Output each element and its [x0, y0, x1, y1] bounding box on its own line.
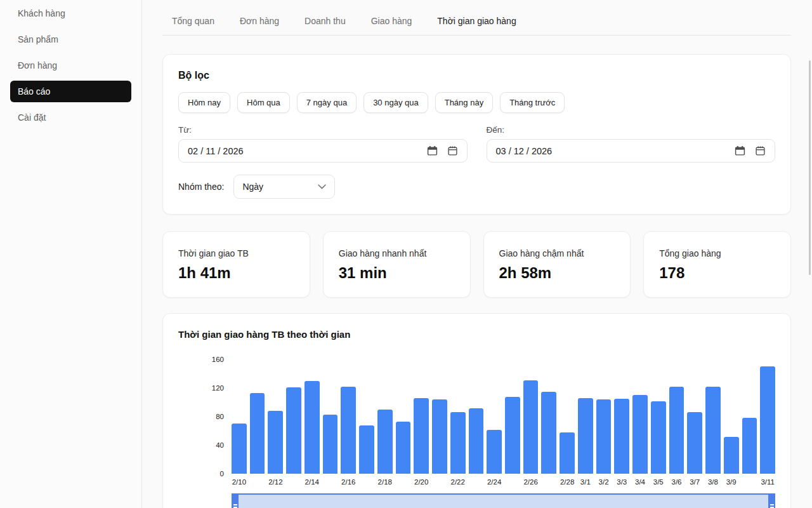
- chart-x-axis: 2/102/122/142/162/182/202/222/242/262/28…: [232, 478, 775, 486]
- calendar-alt-icon[interactable]: [447, 145, 458, 156]
- tab-thời-gian-giao-hàng[interactable]: Thời gian giao hàng: [437, 16, 516, 26]
- x-axis-tick: 2/16: [341, 478, 356, 486]
- quick-range-button[interactable]: Hôm nay: [178, 92, 230, 113]
- x-axis-tick: 3/1: [578, 478, 593, 486]
- calendar-icon[interactable]: [735, 145, 745, 156]
- chart-card: Thời gian giao hàng TB theo thời gian 04…: [162, 313, 791, 508]
- x-axis-tick: 3/4: [632, 478, 648, 486]
- bar-2/10: [232, 424, 247, 474]
- bar-2/14: [304, 381, 320, 474]
- x-axis-tick: [359, 478, 374, 486]
- bar-3/1: [578, 398, 593, 474]
- x-axis-tick: [505, 478, 520, 486]
- y-axis-tick: 40: [216, 441, 224, 449]
- calendar-alt-icon[interactable]: [755, 145, 766, 156]
- bar-2/16: [341, 387, 356, 474]
- date-to-input[interactable]: 03 / 12 / 2026: [487, 139, 776, 163]
- sidebar-item-cài-đặt[interactable]: Cài đặt: [10, 107, 131, 128]
- quick-range-button[interactable]: 7 ngày qua: [297, 92, 357, 113]
- stat-value: 2h 58m: [499, 264, 615, 282]
- bar-3/7: [687, 412, 702, 474]
- tab-tổng-quan[interactable]: Tổng quan: [172, 16, 214, 26]
- date-to-group: Đến: 03 / 12 / 2026: [487, 125, 776, 163]
- x-axis-tick: 3/8: [705, 478, 721, 486]
- x-axis-tick: [469, 478, 484, 486]
- bar-3/3: [614, 399, 629, 474]
- bar-3/9: [724, 437, 739, 474]
- quick-range-button[interactable]: 30 ngày qua: [363, 92, 428, 113]
- stat-value: 178: [659, 264, 775, 282]
- x-axis-tick: [541, 478, 556, 486]
- x-axis-tick: 2/18: [377, 478, 393, 486]
- bar-chart: 04080120160 2/102/122/142/162/182/202/22…: [178, 359, 775, 486]
- calendar-icon[interactable]: [427, 145, 438, 156]
- chevron-down-icon: [318, 184, 326, 190]
- tab-đơn-hàng[interactable]: Đơn hàng: [240, 16, 279, 26]
- x-axis-tick: 3/6: [669, 478, 684, 486]
- tab-doanh-thu[interactable]: Doanh thu: [304, 16, 346, 26]
- bar-3/4: [632, 395, 648, 474]
- stat-card: Giao hàng chậm nhất2h 58m: [483, 231, 631, 298]
- bar-2/21: [432, 399, 447, 474]
- x-axis-tick: [742, 478, 757, 486]
- x-axis-tick: 2/22: [450, 478, 466, 486]
- sidebar-item-sản-phẩm[interactable]: Sản phẩm: [10, 29, 131, 50]
- group-by-label: Nhóm theo:: [178, 182, 224, 192]
- filter-card: Bộ lọc Hôm nayHôm qua7 ngày qua30 ngày q…: [162, 54, 791, 215]
- sidebar-item-đơn-hàng[interactable]: Đơn hàng: [10, 55, 131, 76]
- x-axis-tick: 2/20: [414, 478, 429, 486]
- x-axis-tick: [250, 478, 265, 486]
- bar-2/24: [487, 430, 502, 474]
- chart-range-filter[interactable]: [232, 493, 775, 508]
- bar-3/10: [742, 418, 757, 474]
- stat-value: 1h 41m: [178, 264, 294, 282]
- stat-label: Giao hàng nhanh nhất: [339, 248, 455, 258]
- y-axis-tick: 120: [212, 384, 224, 392]
- stats-row: Thời gian giao TB1h 41mGiao hàng nhanh n…: [162, 231, 791, 298]
- x-axis-tick: [323, 478, 338, 486]
- stat-label: Tổng giao hàng: [659, 248, 775, 258]
- bar-2/13: [286, 387, 301, 474]
- bar-3/8: [705, 387, 721, 474]
- sidebar-nav: Khách hàngSản phẩmĐơn hàngBáo cáoCài đặt: [0, 3, 141, 128]
- x-axis-tick: 3/7: [687, 478, 702, 486]
- quick-range-button[interactable]: Hôm qua: [237, 92, 290, 113]
- chart-plot-area: [232, 359, 775, 474]
- bar-2/18: [377, 410, 393, 474]
- vertical-scrollbar[interactable]: [809, 60, 811, 275]
- x-axis-tick: 3/3: [614, 478, 629, 486]
- x-axis-tick: 2/26: [523, 478, 539, 486]
- date-from-input[interactable]: 02 / 11 / 2026: [178, 139, 468, 163]
- quick-range-buttons: Hôm nayHôm qua7 ngày qua30 ngày quaTháng…: [178, 92, 775, 113]
- quick-range-button[interactable]: Tháng này: [435, 92, 493, 113]
- x-axis-tick: 3/9: [724, 478, 739, 486]
- bar-2/17: [359, 425, 374, 474]
- group-by-select[interactable]: Ngày: [233, 175, 335, 199]
- tab-giao-hàng[interactable]: Giao hàng: [371, 16, 412, 26]
- bar-2/11: [250, 393, 265, 474]
- sidebar-item-báo-cáo[interactable]: Báo cáo: [10, 81, 131, 102]
- bar-3/5: [651, 401, 666, 474]
- y-axis-tick: 160: [212, 356, 224, 363]
- range-handle-left-icon[interactable]: [232, 493, 239, 508]
- bar-2/23: [469, 408, 484, 474]
- x-axis-tick: [396, 478, 411, 486]
- date-to-value: 03 / 12 / 2026: [496, 146, 735, 156]
- stat-value: 31 min: [339, 264, 455, 282]
- bar-2/22: [450, 412, 466, 474]
- quick-range-button[interactable]: Tháng trước: [500, 92, 565, 113]
- range-handle-right-icon[interactable]: [768, 493, 775, 508]
- group-by-value: Ngày: [242, 182, 318, 192]
- report-tabs: Tổng quanĐơn hàngDoanh thuGiao hàngThời …: [162, 16, 791, 36]
- stat-card: Thời gian giao TB1h 41m: [162, 231, 310, 298]
- x-axis-tick: 2/28: [560, 478, 575, 486]
- date-from-value: 02 / 11 / 2026: [188, 146, 427, 156]
- bar-3/11: [760, 366, 775, 474]
- bar-2/28: [560, 432, 575, 474]
- x-axis-tick: 3/5: [651, 478, 666, 486]
- x-axis-tick: 3/11: [760, 478, 775, 486]
- sidebar-item-khách-hàng[interactable]: Khách hàng: [10, 3, 131, 24]
- bar-3/6: [669, 387, 684, 474]
- x-axis-tick: [432, 478, 447, 486]
- bar-2/26: [523, 380, 539, 474]
